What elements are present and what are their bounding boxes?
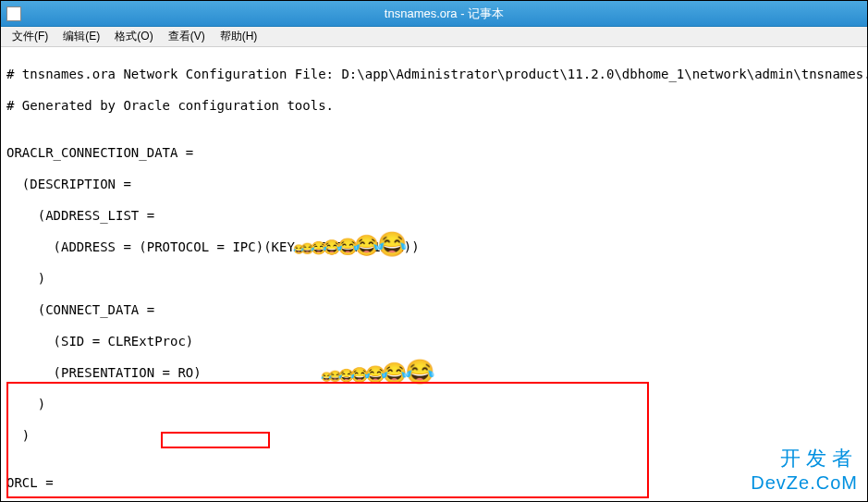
editor-content[interactable]: # tnsnames.ora Network Configuration Fil… xyxy=(1,47,867,501)
text-line: ) xyxy=(6,428,862,444)
text-line: ) xyxy=(6,397,862,412)
menu-edit[interactable]: 编辑(E) xyxy=(55,27,107,46)
text-line: (ADDRESS_LIST = xyxy=(6,208,862,224)
text-line: ORCL = xyxy=(6,475,862,491)
menu-view[interactable]: 查看(V) xyxy=(161,27,213,46)
text-line: (CONNECT_DATA = xyxy=(6,302,862,318)
text-line: # Generated by Oracle configuration tool… xyxy=(6,98,862,114)
emoji-censor-icon: 😂😂😂😂😂😂😂 xyxy=(300,232,407,256)
text-line: (ADDRESS = (PROTOCOL = IPC)(KEY = EXTPRO… xyxy=(6,239,862,255)
menu-format[interactable]: 格式(O) xyxy=(107,27,160,46)
text-line: ORACLR_CONNECTION_DATA = xyxy=(6,145,862,161)
menu-bar: 文件(F) 编辑(E) 格式(O) 查看(V) 帮助(H) xyxy=(1,27,867,47)
menu-help[interactable]: 帮助(H) xyxy=(213,27,265,46)
text-line: (DESCRIPTION = xyxy=(6,177,862,192)
emoji-censor-icon: 😂😂😂😂😂😂😂 xyxy=(328,360,434,384)
text-line: (SID = CLRExtProc) xyxy=(6,334,862,349)
title-bar: tnsnames.ora - 记事本 xyxy=(1,1,867,27)
text-line: ) xyxy=(6,271,862,287)
text-line: # tnsnames.ora Network Configuration Fil… xyxy=(6,67,862,82)
menu-file[interactable]: 文件(F) xyxy=(5,27,55,46)
window-title: tnsnames.ora - 记事本 xyxy=(27,6,862,22)
app-icon xyxy=(6,6,21,21)
